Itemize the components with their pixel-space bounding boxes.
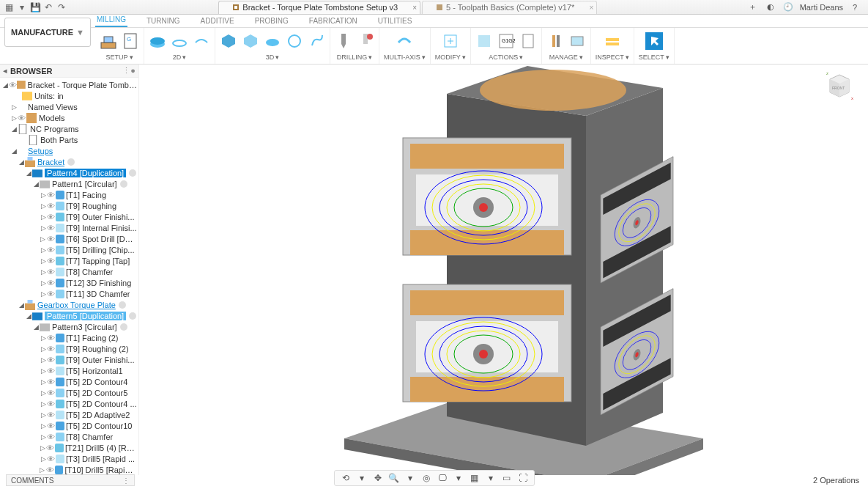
tree-operation[interactable]: ▷👁[T5] 2D Adaptive2 [0, 409, 138, 420]
action-icon[interactable] [519, 32, 537, 50]
tree-operation[interactable]: ▷👁[T5] 2D Contour5 [0, 387, 138, 398]
manage-icon[interactable] [546, 32, 564, 50]
tree-pattern3[interactable]: ◢Pattern3 [Circular] [0, 321, 138, 332]
2d-icon[interactable] [193, 32, 210, 50]
manage-icon[interactable] [568, 32, 586, 50]
tab-probing[interactable]: PROBING [253, 15, 290, 27]
inspect-icon[interactable] [604, 32, 621, 50]
orbit-icon[interactable]: ⟲ [339, 472, 352, 484]
tree-operation[interactable]: ▷👁[T1] Facing (2) [0, 332, 138, 343]
comments-bar[interactable]: COMMENTS ⋮ [6, 474, 135, 486]
viewcube[interactable]: FRONT z x [824, 70, 855, 101]
pan-icon[interactable]: ✥ [371, 472, 385, 484]
3d-icon[interactable] [264, 32, 281, 50]
doc-tab-1[interactable]: Bracket - Torque Plate Tombstone Setup v… [218, 1, 420, 14]
tree-operation[interactable]: ▷👁[T10] Drill5 [Rapid ... [0, 464, 138, 475]
tree-operation[interactable]: ▷👁[T21] Drill5 (4) [Ra... [0, 442, 138, 453]
modify-icon[interactable] [442, 32, 459, 50]
tree-operation[interactable]: ▷👁[T12] 3D Finishing [0, 277, 138, 288]
drill-icon[interactable] [357, 32, 374, 50]
tab-fabrication[interactable]: FABRICATION [308, 15, 359, 27]
tree-operation[interactable]: ▷👁[T5] Horizontal1 [0, 365, 138, 376]
tree-pattern1[interactable]: ◢Pattern1 [Circular] [0, 178, 138, 189]
look-icon[interactable]: ◎ [420, 472, 433, 484]
tree-operation[interactable]: ▷👁[T7] Tapping [Tap] [0, 255, 138, 266]
action-icon[interactable] [475, 32, 493, 50]
tree-operation[interactable]: ▷👁[T3] Drill5 [Rapid ... [0, 453, 138, 464]
undo-icon[interactable]: ↶ [42, 1, 54, 13]
tree-operation[interactable]: ▷👁[T9] Outer Finishi... [0, 354, 138, 365]
tree-nc-programs[interactable]: ◢NC Programs [0, 123, 138, 134]
viewport[interactable]: FRONT z x [139, 65, 868, 475]
tree-pattern5[interactable]: ◢Pattern5 [Duplication] [0, 310, 138, 321]
operation-label: [T9] Internal Finisi... [66, 224, 137, 232]
grid-dd-icon[interactable]: ▾ [484, 472, 497, 484]
3d-icon[interactable] [220, 32, 237, 50]
tree-operation[interactable]: ▷👁[T8] Chamfer [0, 431, 138, 442]
zoom-icon[interactable]: 🔍 [387, 472, 401, 484]
display-icon[interactable]: 🖵 [436, 472, 449, 484]
app-menu-icon[interactable]: ▦ [3, 1, 15, 13]
browser-header[interactable]: ◂ BROWSER ⋮● [0, 65, 138, 78]
close-icon[interactable]: × [412, 4, 417, 12]
workspace-selector[interactable]: MANUFACTURE▼ [4, 18, 91, 47]
3d-icon[interactable] [242, 32, 259, 50]
close-icon[interactable]: × [590, 4, 594, 12]
tree-operation[interactable]: ▷👁[T9] Outer Finishi... [0, 211, 138, 222]
tab-milling[interactable]: MILLING [95, 14, 127, 27]
tree-operation[interactable]: ▷👁[T9] Internal Finisi... [0, 222, 138, 233]
user-name[interactable]: Marti Deans [800, 1, 843, 13]
tree-operation[interactable]: ▷👁[T5] 2D Contour4 ... [0, 398, 138, 409]
tree-setups[interactable]: ◢Setups [0, 145, 138, 156]
help-icon[interactable]: ? [849, 1, 861, 13]
tree-operation[interactable]: ▷👁[T6] Spot Drill [Dw... [0, 233, 138, 244]
display-dd-icon[interactable]: ▾ [452, 472, 465, 484]
operation-label: [T6] Spot Drill [Dw... [66, 235, 137, 243]
drill-icon[interactable] [335, 32, 352, 50]
tree-operation[interactable]: ▷👁[T1] Facing [0, 189, 138, 200]
setup-icon[interactable] [100, 32, 117, 50]
notifications-icon[interactable]: 🕘 [782, 1, 794, 13]
svg-rect-16 [478, 35, 490, 47]
svg-point-56 [479, 203, 488, 212]
fullscreen-icon[interactable]: ⛶ [516, 472, 530, 484]
chevron-left-icon[interactable]: ◂ [3, 66, 7, 76]
tab-turning[interactable]: TURNING [145, 15, 182, 27]
2d-icon[interactable] [171, 32, 188, 50]
2d-icon[interactable] [149, 32, 166, 50]
tree-operation[interactable]: ▷👁[T9] Roughing [0, 200, 138, 211]
action-icon[interactable]: G1G2 [497, 32, 515, 50]
tree-gearbox[interactable]: ◢Gearbox Torque Plate [0, 299, 138, 310]
redo-icon[interactable]: ↷ [56, 1, 67, 13]
tree-operation[interactable]: ▷👁[T5] 2D Contour10 [0, 420, 138, 431]
tree-models[interactable]: ▷👁Models [0, 112, 138, 123]
extensions-icon[interactable]: ◐ [765, 1, 776, 13]
3d-icon[interactable] [308, 32, 325, 50]
grid-icon[interactable]: ▦ [468, 472, 481, 484]
tab-additive[interactable]: ADDITIVE [199, 15, 236, 27]
tree-named-views[interactable]: ▷Named Views [0, 101, 138, 112]
tree-operation[interactable]: ▷👁[T5] Drilling [Chip... [0, 244, 138, 255]
file-icon[interactable]: ▾ [16, 1, 28, 13]
tree-operation[interactable]: ▷👁[T9] Roughing (2) [0, 343, 138, 354]
new-tab-icon[interactable]: ＋ [747, 1, 759, 13]
save-icon[interactable]: 💾 [29, 1, 41, 13]
tree-pattern4[interactable]: ◢Pattern4 [Duplication] [0, 167, 138, 178]
nc-icon[interactable]: G [122, 32, 139, 50]
tree-root[interactable]: ◢👁Bracket - Torque Plate Tombstone ... [0, 79, 138, 90]
select-icon[interactable] [645, 32, 663, 50]
tree-both-parts[interactable]: Both Parts [0, 134, 138, 145]
tree-units[interactable]: Units: in [0, 90, 138, 101]
3d-icon[interactable] [286, 32, 303, 50]
multi-icon[interactable] [396, 32, 413, 50]
tree-operation[interactable]: ▷👁[T8] Chamfer [0, 266, 138, 277]
tree-operation[interactable]: ▷👁[T11] 3D Chamfer [0, 288, 138, 299]
tree-bracket[interactable]: ◢Bracket [0, 156, 138, 167]
browser-options-icon[interactable]: ⋮● [122, 66, 136, 76]
fit-icon[interactable]: ▾ [404, 472, 417, 484]
orbit-icon[interactable]: ▾ [355, 472, 368, 484]
tab-utilities[interactable]: UTILITIES [376, 15, 414, 27]
doc-tab-2[interactable]: 5 - Toolpath Basics (Complete) v17* × [422, 1, 597, 14]
tree-operation[interactable]: ▷👁[T5] 2D Contour4 [0, 376, 138, 387]
viewports-icon[interactable]: ▭ [500, 472, 513, 484]
